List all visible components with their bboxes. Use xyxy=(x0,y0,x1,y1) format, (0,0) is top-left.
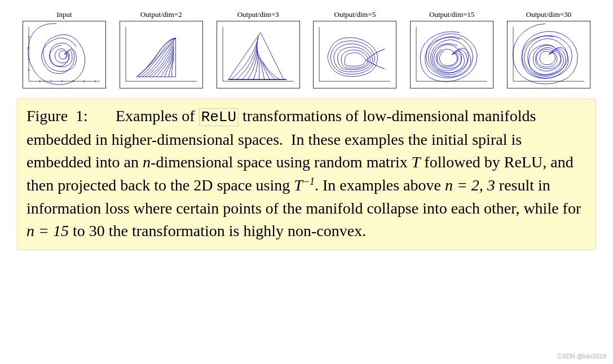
n-equals-23: n = 2, 3 xyxy=(445,176,495,194)
minus-one-superscript: −1 xyxy=(303,176,315,187)
plot-dim2: Output/dim=2 xyxy=(120,10,203,88)
plot-dim15: Output/dim=15 xyxy=(410,10,493,88)
plot-dim15-label: Output/dim=15 xyxy=(429,10,474,19)
plot-dim15-box xyxy=(410,21,493,88)
plot-input: Input xyxy=(23,10,106,88)
plot-dim3: Output/dim=3 xyxy=(217,10,300,88)
plot-dim5: Output/dim=5 xyxy=(313,10,396,88)
caption-area: Figure 1: Examples of ReLU transformatio… xyxy=(17,99,596,250)
plot-dim30: Output/dim=30 xyxy=(507,10,590,88)
n-equals-15: n = 15 xyxy=(27,222,69,239)
plots-row: Input xyxy=(17,10,596,88)
plot-input-label: Input xyxy=(56,10,72,19)
T-variable: T xyxy=(412,153,421,171)
page-container: Input xyxy=(0,0,613,364)
plot-input-box xyxy=(23,21,106,88)
plot-dim30-label: Output/dim=30 xyxy=(526,10,571,19)
plot-dim2-label: Output/dim=2 xyxy=(140,10,182,19)
n-variable: n xyxy=(143,153,151,171)
plot-dim5-label: Output/dim=5 xyxy=(334,10,376,19)
plot-dim3-box xyxy=(217,21,300,88)
caption-text: Figure 1: Examples of ReLU transformatio… xyxy=(27,105,586,243)
relu-monospace: ReLU xyxy=(199,108,239,126)
caption-body: Examples of ReLU transformations of low-… xyxy=(27,107,581,239)
plot-dim3-label: Output/dim=3 xyxy=(237,10,279,19)
plot-dim5-box xyxy=(313,21,396,88)
plot-dim30-box xyxy=(507,21,590,88)
figure-label: Figure 1: xyxy=(27,107,88,125)
watermark: CSDN @loki2018 xyxy=(558,353,606,359)
T-inverse: T−1 xyxy=(294,176,315,194)
plot-dim2-box xyxy=(120,21,203,88)
